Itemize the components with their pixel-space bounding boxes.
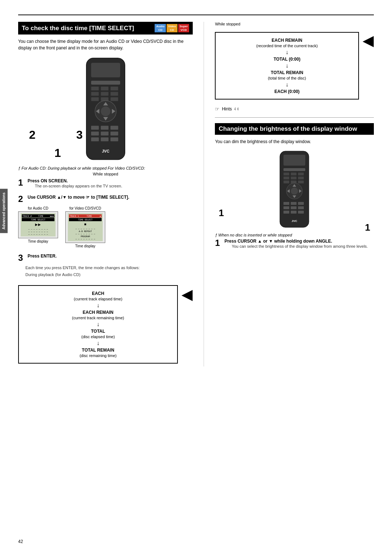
svg-rect-20 xyxy=(110,126,118,130)
svg-rect-18 xyxy=(91,126,99,130)
lcd-audio: TRACK #TIME▪▪▪ TIME SELECT ▶▶ — — — — — … xyxy=(18,211,58,238)
flow-item-3: TOTAL (disc elapsed time) xyxy=(81,328,115,339)
svg-rect-22 xyxy=(101,132,108,136)
svg-rect-5 xyxy=(110,87,118,91)
svg-rect-19 xyxy=(101,126,108,130)
playback-flow-box: EACH (current track elapsed time) ↓ EACH… xyxy=(18,285,178,364)
hint-note: 4 ¢ xyxy=(234,107,239,111)
hints-box: ☞ Hints 4 ¢ xyxy=(215,106,374,112)
page-number: 42 xyxy=(18,539,23,544)
svg-rect-24 xyxy=(91,138,99,142)
right-flow-box: EACH REMAIN (recorded time of the curren… xyxy=(215,32,359,100)
right-column: While stopped EACH REMAIN (recorded time… xyxy=(204,22,374,366)
changing-step1-content: Press CURSOR ▲ or ▼ while holding down A… xyxy=(224,239,374,251)
step3-inline: 3 Press ENTER. xyxy=(18,254,193,262)
right-while-stopped: While stopped xyxy=(215,22,374,26)
left-column: To check the disc time [TIME SELECT] Aud… xyxy=(18,22,193,366)
badge-audio: AudioCD xyxy=(155,24,166,32)
display-ex-video: for Video CD/SVCD TRACK 1TIME▪ TIME SELE… xyxy=(65,206,105,249)
svg-rect-25 xyxy=(101,138,108,142)
lcd-video: TRACK 1TIME▪ TIME SELECT ■ — — — — — — —… xyxy=(65,211,105,243)
remote-image-right: JVC 1 1 xyxy=(215,149,374,229)
svg-rect-53 xyxy=(291,211,297,214)
step2-heading: Use CURSOR ▲/▼ to move ☞ to [TIME SELECT… xyxy=(28,195,193,200)
svg-rect-33 xyxy=(298,173,304,175)
top-rule xyxy=(18,15,374,15)
svg-rect-49 xyxy=(283,206,289,209)
svg-rect-31 xyxy=(283,173,289,175)
r-flow-arrow-3: ↓ xyxy=(286,82,289,88)
right-remote-num2: 1 xyxy=(365,222,370,233)
svg-text:JVC: JVC xyxy=(291,219,297,223)
svg-rect-6 xyxy=(91,92,99,96)
bracket-arrow: ◀ xyxy=(181,286,193,303)
step2-inline: 2 Use CURSOR ▲/▼ to move ☞ to [TIME SELE… xyxy=(18,195,193,203)
svg-rect-7 xyxy=(101,92,108,96)
step2-num: 2 xyxy=(18,195,25,203)
intro-text: You can choose the time display mode for… xyxy=(18,38,193,51)
svg-rect-4 xyxy=(101,87,108,91)
display-ex-audio: for Audio CD TRACK #TIME▪▪▪ TIME SELECT … xyxy=(18,206,58,249)
step1-block: 1 Press ON SCREEN. The on-screen display… xyxy=(18,178,193,190)
svg-rect-3 xyxy=(91,87,99,91)
sidebar-tab: Advanced operations xyxy=(0,189,8,233)
flow-arrow-2: ↓ xyxy=(97,321,99,327)
svg-rect-50 xyxy=(291,206,297,209)
changing-italic-note: ƒ When no disc is inserted or while stop… xyxy=(215,233,374,237)
svg-rect-35 xyxy=(291,177,297,179)
changing-title-text: Changing the brightness of the display w… xyxy=(219,125,357,132)
remote-svg-left: JVC xyxy=(77,56,135,162)
disc-badges: AudioCD VideoCD SuperVCD xyxy=(155,24,189,32)
remote-svg-right: JVC xyxy=(267,149,322,229)
changing-intro: You can dim the brightness of the displa… xyxy=(215,138,374,145)
r-flow-item-1: EACH REMAIN (recorded time of the curren… xyxy=(256,37,318,48)
flow-arrow-3: ↓ xyxy=(97,340,99,346)
display-examples: for Audio CD TRACK #TIME▪▪▪ TIME SELECT … xyxy=(18,206,193,249)
two-col-layout: To check the disc time [TIME SELECT] Aud… xyxy=(18,22,374,366)
audio-cd-label: for Audio CD xyxy=(18,206,58,210)
svg-rect-39 xyxy=(298,181,304,183)
svg-rect-2 xyxy=(91,81,120,85)
r-flow-item-4: EACH (0:00) xyxy=(274,89,299,94)
badge-video: VideoCD xyxy=(167,24,177,32)
changing-step1-num: 1 xyxy=(215,239,222,247)
step1-num: 1 xyxy=(18,178,25,187)
changing-step1-inline: 1 Press CURSOR ▲ or ▼ while holding down… xyxy=(215,239,374,251)
svg-rect-47 xyxy=(291,202,297,205)
svg-rect-26 xyxy=(110,138,118,142)
step1-sub: The on-screen display appears on the TV … xyxy=(35,183,193,189)
svg-rect-36 xyxy=(298,177,304,179)
step3-heading: Press ENTER. xyxy=(28,254,193,259)
svg-rect-30 xyxy=(283,168,305,171)
step1-inline: 1 Press ON SCREEN. The on-screen display… xyxy=(18,178,193,190)
svg-rect-37 xyxy=(283,181,289,183)
video-cd-label: for Video CD/SVCD xyxy=(65,206,105,210)
step3-num: 3 xyxy=(18,254,25,262)
r-flow-arrow-2: ↓ xyxy=(286,63,289,69)
svg-rect-32 xyxy=(291,173,297,175)
hints-icon: ☞ xyxy=(215,106,220,112)
svg-text:JVC: JVC xyxy=(102,149,109,153)
while-stopped-label: While stopped xyxy=(18,172,193,176)
italic-note-left: ƒ For Audio CD: During playback or while… xyxy=(18,166,193,170)
r-flow-arrow-1: ↓ xyxy=(286,49,289,55)
right-remote-num1: 1 xyxy=(219,207,224,219)
step3-sub1: Each time you press ENTER, the time mode… xyxy=(25,265,193,271)
svg-rect-46 xyxy=(283,202,289,205)
svg-rect-21 xyxy=(91,132,99,136)
step3-sub2: During playback (for Audio CD) xyxy=(25,272,193,278)
remote-num-2: 2 xyxy=(29,128,36,142)
changing-step1-sub: You can select the brightness of the dis… xyxy=(232,244,374,249)
step2-block: 2 Use CURSOR ▲/▼ to move ☞ to [TIME SELE… xyxy=(18,195,193,249)
flow-item-2: EACH REMAIN (current track remaining tim… xyxy=(72,309,124,320)
svg-rect-48 xyxy=(298,202,304,205)
remote-image-left: JVC 2 3 1 xyxy=(18,56,193,162)
svg-point-13 xyxy=(101,106,110,116)
changing-title: Changing the brightness of the display w… xyxy=(215,123,374,135)
step1-heading: Press ON SCREEN. xyxy=(28,178,193,183)
svg-rect-52 xyxy=(283,211,289,214)
remote-num-1: 1 xyxy=(54,146,61,160)
svg-point-41 xyxy=(291,187,298,195)
svg-rect-11 xyxy=(110,97,118,101)
section-divider xyxy=(215,117,374,118)
